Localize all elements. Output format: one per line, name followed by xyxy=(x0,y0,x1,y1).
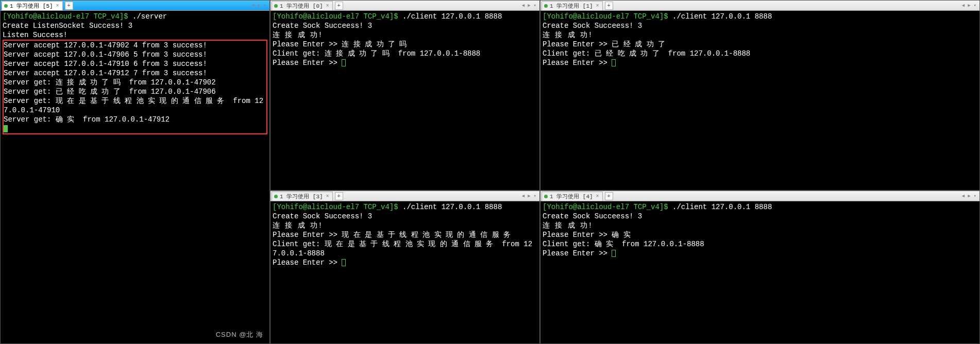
term-line: Server accept 127.0.0.1-47906 5 from 3 s… xyxy=(4,50,207,59)
tab-menu-icon[interactable]: ▾ xyxy=(973,3,977,8)
tab-menu-icon[interactable]: ▾ xyxy=(533,193,537,199)
terminal-tab-3[interactable]: 1 学习使用 [3] × xyxy=(272,192,333,201)
term-line: Please Enter >> xyxy=(543,249,612,257)
term-line: Please Enter >> 连 接 成 功 了 吗 xyxy=(273,40,407,48)
add-tab-button[interactable]: + xyxy=(335,192,343,200)
term-line: Please Enter >> xyxy=(543,59,612,67)
terminal-output[interactable]: [Yohifo@alicloud-el7 TCP_v4]$ ./client 1… xyxy=(271,11,539,190)
cursor-icon xyxy=(342,59,346,66)
close-icon[interactable]: × xyxy=(55,3,60,9)
term-line: Client get: 现 在 是 基 于 线 程 池 实 现 的 通 信 服 … xyxy=(273,240,532,257)
term-line: Please Enter >> xyxy=(273,259,342,267)
term-line: Create ListenSocket Success! 3 xyxy=(3,22,132,30)
term-line: Create Sock Succeess! 3 xyxy=(543,212,642,220)
prompt: [Yohifo@alicloud-el7 TCP_v4]$ xyxy=(273,12,402,21)
term-line: Server accept 127.0.0.1-47912 7 from 3 s… xyxy=(4,69,207,77)
term-line: Client get: 已 经 吃 成 功 了 from 127.0.0.1-8… xyxy=(543,49,750,58)
term-line: Create Sock Succeess! 3 xyxy=(273,212,372,220)
watermark: CSDN @北 海 xyxy=(216,330,263,339)
tab-next-icon[interactable]: ▶ xyxy=(527,193,531,199)
tab-bar: 1 学习使用 [1] × + ◀ ▶ ▾ xyxy=(540,1,979,11)
tab-bar: 1 学习使用 [5] × + ◀ ▶ ▾ xyxy=(1,1,269,11)
term-line: Server get: 连 接 成 功 了 吗 from 127.0.0.1-4… xyxy=(4,78,216,87)
add-tab-button[interactable]: + xyxy=(335,2,343,10)
close-icon[interactable]: × xyxy=(325,194,330,199)
tab-label: 1 学习使用 [5] xyxy=(10,2,53,10)
tab-menu-icon[interactable]: ▾ xyxy=(263,3,267,8)
tab-menu-icon[interactable]: ▾ xyxy=(973,193,977,199)
prompt: [Yohifo@alicloud-el7 TCP_v4]$ xyxy=(543,203,672,211)
prompt: [Yohifo@alicloud-el7 TCP_v4]$ xyxy=(273,203,402,211)
term-line: Server get: 已 经 吃 成 功 了 from 127.0.0.1-4… xyxy=(4,88,216,96)
terminal-tab-1[interactable]: 1 学习使用 [1] × xyxy=(542,1,603,10)
tab-label: 1 学习使用 [1] xyxy=(550,2,593,10)
status-dot-icon xyxy=(544,195,548,198)
tab-prev-icon[interactable]: ◀ xyxy=(961,193,966,199)
terminal-pane-1: 1 学习使用 [1] × + ◀ ▶ ▾ [Yohifo@alicloud-el… xyxy=(540,0,980,191)
term-line: Please Enter >> 确 实 xyxy=(543,231,631,239)
tab-menu-icon[interactable]: ▾ xyxy=(533,3,537,8)
prompt: [Yohifo@alicloud-el7 TCP_v4]$ xyxy=(3,12,132,21)
tab-next-icon[interactable]: ▶ xyxy=(527,3,531,8)
term-line: Server get: 现 在 是 基 于 线 程 池 实 现 的 通 信 服 … xyxy=(4,97,263,114)
terminal-output[interactable]: [Yohifo@alicloud-el7 TCP_v4]$ ./server C… xyxy=(1,11,269,343)
terminal-pane-3: 1 学习使用 [3] × + ◀ ▶ ▾ [Yohifo@alicloud-el… xyxy=(270,191,540,344)
tab-bar: 1 学习使用 [0] × + ◀ ▶ ▾ xyxy=(271,1,539,11)
command-text: ./client 127.0.0.1 8888 xyxy=(672,12,772,21)
term-line: Listen Success! xyxy=(3,31,67,39)
cursor-icon xyxy=(612,59,616,66)
status-dot-icon xyxy=(4,4,8,8)
tab-label: 1 学习使用 [0] xyxy=(280,2,323,10)
close-icon[interactable]: × xyxy=(325,3,330,9)
term-line: Client get: 确 实 from 127.0.0.1-8888 xyxy=(543,240,704,248)
status-dot-icon xyxy=(274,4,278,8)
terminal-pane-5: 1 学习使用 [5] × + ◀ ▶ ▾ [Yohifo@alicloud-el… xyxy=(0,0,270,344)
command-text: ./client 127.0.0.1 8888 xyxy=(672,203,772,211)
tab-bar: 1 学习使用 [4] × + ◀ ▶ ▾ xyxy=(540,191,979,201)
tab-label: 1 学习使用 [4] xyxy=(550,193,593,200)
tab-next-icon[interactable]: ▶ xyxy=(967,3,971,8)
tab-prev-icon[interactable]: ◀ xyxy=(521,193,526,199)
tab-label: 1 学习使用 [3] xyxy=(280,193,323,200)
term-line: 连 接 成 功! xyxy=(273,221,323,230)
term-line: Please Enter >> xyxy=(273,59,342,67)
terminal-output[interactable]: [Yohifo@alicloud-el7 TCP_v4]$ ./client 1… xyxy=(540,201,979,343)
terminal-pane-0: 1 学习使用 [0] × + ◀ ▶ ▾ [Yohifo@alicloud-el… xyxy=(270,0,540,191)
tab-prev-icon[interactable]: ◀ xyxy=(961,3,966,8)
terminal-pane-4: 1 学习使用 [4] × + ◀ ▶ ▾ [Yohifo@alicloud-el… xyxy=(540,191,980,344)
add-tab-button[interactable]: + xyxy=(65,2,73,10)
cursor-icon xyxy=(4,125,8,132)
terminal-tab-5[interactable]: 1 学习使用 [5] × xyxy=(2,1,63,10)
tab-prev-icon[interactable]: ◀ xyxy=(251,3,256,8)
prompt: [Yohifo@alicloud-el7 TCP_v4]$ xyxy=(543,12,672,21)
close-icon[interactable]: × xyxy=(595,194,600,199)
add-tab-button[interactable]: + xyxy=(605,2,613,10)
command-text: ./client 127.0.0.1 8888 xyxy=(402,12,502,21)
add-tab-button[interactable]: + xyxy=(605,192,613,200)
term-line: Server get: 确 实 from 127.0.0.1-47912 xyxy=(4,115,170,124)
command-text: ./server xyxy=(132,12,167,21)
tab-next-icon[interactable]: ▶ xyxy=(967,193,971,199)
term-line: Server accept 127.0.0.1-47910 6 from 3 s… xyxy=(4,60,207,68)
cursor-icon xyxy=(342,259,346,266)
term-line: Client get: 连 接 成 功 了 吗 from 127.0.0.1-8… xyxy=(273,49,480,58)
term-line: 连 接 成 功! xyxy=(543,221,593,230)
highlight-box: Server accept 127.0.0.1-47902 4 from 3 s… xyxy=(3,40,267,134)
status-dot-icon xyxy=(274,195,278,198)
term-line: Please Enter >> 现 在 是 基 于 线 程 池 实 现 的 通 … xyxy=(273,231,511,239)
terminal-output[interactable]: [Yohifo@alicloud-el7 TCP_v4]$ ./client 1… xyxy=(540,11,979,190)
term-line: Create Sock Succeess! 3 xyxy=(543,22,642,30)
tab-next-icon[interactable]: ▶ xyxy=(257,3,261,8)
terminal-tab-0[interactable]: 1 学习使用 [0] × xyxy=(272,1,333,10)
term-line: Server accept 127.0.0.1-47902 4 from 3 s… xyxy=(4,41,207,49)
tab-bar: 1 学习使用 [3] × + ◀ ▶ ▾ xyxy=(271,191,539,201)
term-line: Please Enter >> 已 经 成 功 了 xyxy=(543,40,665,48)
tab-prev-icon[interactable]: ◀ xyxy=(521,3,526,8)
term-line: Create Sock Succeess! 3 xyxy=(273,22,372,30)
terminal-output[interactable]: [Yohifo@alicloud-el7 TCP_v4]$ ./client 1… xyxy=(271,201,539,343)
command-text: ./client 127.0.0.1 8888 xyxy=(402,203,502,211)
term-line: 连 接 成 功! xyxy=(543,31,593,39)
status-dot-icon xyxy=(544,4,548,8)
close-icon[interactable]: × xyxy=(595,3,600,9)
terminal-tab-4[interactable]: 1 学习使用 [4] × xyxy=(542,192,603,201)
